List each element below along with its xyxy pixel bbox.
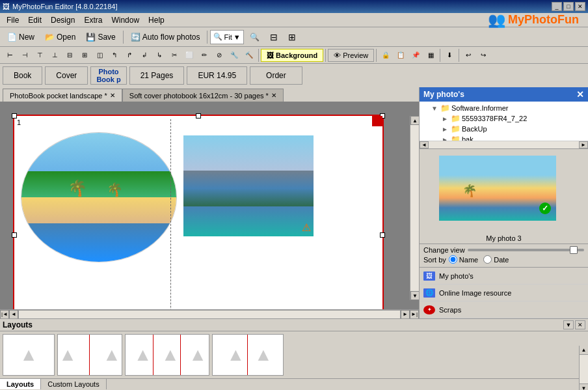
tab1-close[interactable]: ✕ bbox=[110, 92, 115, 99]
paste-button[interactable]: 📌 bbox=[408, 49, 423, 62]
layouts-collapse-button[interactable]: ▼ bbox=[563, 320, 574, 329]
nav-scraps[interactable]: ✦ Scraps bbox=[420, 301, 588, 318]
tree-item-55593378[interactable]: ► 📁 55593378FR4_7_22 bbox=[421, 113, 587, 124]
sort-date-radio[interactable] bbox=[483, 255, 492, 264]
grid-toggle-button[interactable]: ⊞ bbox=[284, 29, 301, 45]
zoom-in-button[interactable]: 🔍 bbox=[245, 29, 264, 45]
tab-softcover[interactable]: Soft cover photobook 16x12cm - 30 pages … bbox=[122, 89, 284, 102]
panel-close-button[interactable]: ✕ bbox=[576, 89, 584, 100]
page-next-button[interactable]: ► bbox=[401, 310, 410, 319]
arrow-button[interactable]: ⬇ bbox=[442, 49, 457, 62]
nav-online-resource[interactable]: 🌐 Online Image resource bbox=[420, 285, 588, 301]
lock-button[interactable]: 🔒 bbox=[379, 49, 393, 62]
tab-layouts[interactable]: Layouts bbox=[0, 379, 41, 389]
tool-6[interactable]: ⊞ bbox=[77, 49, 92, 62]
layouts-scroll-down[interactable]: ▼ bbox=[580, 383, 588, 390]
scroll-down-button[interactable]: ▼ bbox=[410, 291, 419, 300]
page-first-button[interactable]: |◄ bbox=[0, 310, 9, 319]
menu-design[interactable]: Design bbox=[47, 14, 79, 26]
maximize-button[interactable]: □ bbox=[563, 2, 574, 11]
new-button[interactable]: 📄 New bbox=[3, 29, 39, 45]
layouts-scroll-up[interactable]: ▲ bbox=[580, 346, 588, 355]
book-button[interactable]: Book bbox=[3, 66, 42, 85]
hscroll-track[interactable] bbox=[18, 310, 401, 319]
page-canvas[interactable]: 1 🌴 🌴 bbox=[13, 115, 384, 309]
menu-file[interactable]: File bbox=[3, 14, 23, 26]
sort-name-radio[interactable] bbox=[449, 255, 457, 264]
sort-date-option[interactable]: Date bbox=[483, 255, 509, 264]
menu-help[interactable]: Help bbox=[144, 14, 168, 26]
tree-scroll-left[interactable]: ◄ bbox=[420, 141, 429, 148]
tool-15[interactable]: ⊘ bbox=[212, 49, 226, 62]
tool-13[interactable]: ⬜ bbox=[182, 49, 196, 62]
tool-12[interactable]: ✂ bbox=[167, 49, 181, 62]
tool-10[interactable]: ↲ bbox=[137, 49, 152, 62]
tool-16[interactable]: 🔧 bbox=[227, 49, 241, 62]
menu-edit[interactable]: Edit bbox=[24, 14, 46, 26]
photo-book-button[interactable]: PhotoBook p bbox=[90, 66, 126, 85]
tool-14[interactable]: ✏ bbox=[197, 49, 211, 62]
layout-mixed[interactable]: ▲ ▲ bbox=[212, 334, 284, 376]
save-button[interactable]: 💾 Save bbox=[81, 29, 120, 45]
close-button[interactable]: ✕ bbox=[575, 2, 585, 11]
redo-button[interactable]: ↪ bbox=[476, 49, 490, 62]
scroll-track[interactable] bbox=[410, 125, 419, 291]
tool-7[interactable]: ◫ bbox=[92, 49, 107, 62]
pages-count-button[interactable]: 21 Pages bbox=[129, 66, 185, 85]
tool-4[interactable]: ⊥ bbox=[47, 49, 62, 62]
scroll-up-button[interactable]: ▲ bbox=[410, 116, 419, 125]
tool-11[interactable]: ↳ bbox=[152, 49, 167, 62]
tab-custom-layouts[interactable]: Custom Layouts bbox=[41, 379, 106, 389]
order-button[interactable]: Order bbox=[250, 66, 302, 85]
background-button[interactable]: 🖼 Background bbox=[261, 49, 323, 62]
tool-5[interactable]: ⊟ bbox=[62, 49, 77, 62]
sort-name-option[interactable]: Name bbox=[449, 255, 478, 264]
zoom-dropdown[interactable]: 🔍 Fit ▼ bbox=[210, 30, 243, 44]
tool-2[interactable]: ⊣ bbox=[18, 49, 32, 62]
nav-my-photos[interactable]: 🖼 My photo's bbox=[420, 268, 588, 285]
layouts-scroll-track[interactable] bbox=[580, 355, 588, 383]
tool-17[interactable]: 🔨 bbox=[242, 49, 256, 62]
tab-photobook-pocket[interactable]: PhotoBook pocket landscape * ✕ bbox=[3, 89, 122, 102]
layouts-scroll[interactable]: ▲ ▼ bbox=[579, 346, 588, 390]
cover-button[interactable]: Cover bbox=[45, 66, 88, 85]
autoflow-button[interactable]: 🔄 Auto flow photos bbox=[126, 29, 205, 45]
canvas-photo-2[interactable]: ⚠ bbox=[183, 135, 314, 236]
tree-scroll-right[interactable]: ► bbox=[579, 141, 588, 148]
view-slider[interactable] bbox=[468, 249, 584, 251]
grid-button[interactable]: ▦ bbox=[423, 49, 438, 62]
menu-extra[interactable]: Extra bbox=[80, 14, 106, 26]
tool-3[interactable]: ⊤ bbox=[33, 49, 47, 62]
tree-hscroll[interactable]: ◄ ► bbox=[420, 141, 588, 148]
tool-9[interactable]: ↱ bbox=[122, 49, 137, 62]
copy-button[interactable]: 📋 bbox=[394, 49, 408, 62]
tool-1[interactable]: ⊢ bbox=[3, 49, 17, 62]
canvas-photo-1[interactable]: 🌴 🌴 bbox=[21, 132, 177, 262]
page-prev-button[interactable]: ◄ bbox=[9, 310, 18, 319]
preview-image[interactable]: 🌴 bbox=[439, 156, 556, 221]
minimize-button[interactable]: _ bbox=[552, 2, 562, 11]
undo-button[interactable]: ↩ bbox=[461, 49, 475, 62]
tree-item-backup[interactable]: ► 📁 BackUp bbox=[421, 124, 587, 134]
tab2-close[interactable]: ✕ bbox=[271, 92, 276, 99]
price-button[interactable]: EUR 14.95 bbox=[187, 66, 247, 85]
file-tree[interactable]: ▼ 📁 Software.Informer ► 📁 55593378FR4_7_… bbox=[420, 102, 588, 141]
layout-single[interactable]: ▲ bbox=[3, 334, 55, 376]
layout-double[interactable]: ▲ ▲ bbox=[57, 334, 122, 376]
handle-tl[interactable] bbox=[12, 113, 17, 118]
canvas-vscroll[interactable]: ▲ ▼ bbox=[410, 116, 419, 300]
handle-ml[interactable] bbox=[12, 232, 17, 238]
open-button[interactable]: 📂 Open bbox=[40, 29, 80, 45]
handle-mr[interactable] bbox=[380, 232, 385, 238]
tree-item-software-informer[interactable]: ▼ 📁 Software.Informer bbox=[421, 103, 587, 113]
handle-tc[interactable] bbox=[196, 113, 201, 118]
menu-window[interactable]: Window bbox=[107, 14, 143, 26]
tree-item-bak[interactable]: ► 📁 bak bbox=[421, 134, 587, 141]
preview-button[interactable]: 👁 Preview bbox=[328, 49, 374, 62]
tool-8[interactable]: ↰ bbox=[107, 49, 122, 62]
layout-triple[interactable]: ▲ ▲ ▲ bbox=[125, 334, 209, 376]
page-last-button[interactable]: ►| bbox=[410, 310, 419, 319]
slider-thumb[interactable] bbox=[570, 246, 578, 254]
tree-scroll-track[interactable] bbox=[429, 141, 579, 148]
layouts-close-button[interactable]: ✕ bbox=[575, 320, 585, 329]
